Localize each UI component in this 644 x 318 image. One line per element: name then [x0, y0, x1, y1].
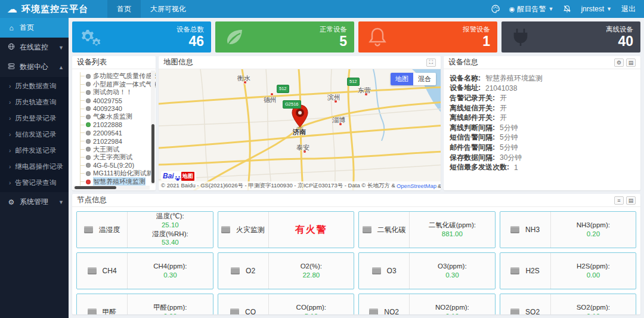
device-info-body: 设备名称:智慧养殖环境监测 设备地址:21041038 告警记录开关:开 离线短… [444, 69, 640, 177]
device-item[interactable]: 小型超声波一体式气象 [80, 81, 150, 89]
device-item[interactable]: 22009541 [80, 129, 150, 137]
chevron-right-icon: › [9, 115, 11, 122]
device-item[interactable]: MG111初始化测试新 [80, 169, 150, 178]
node-card-fire[interactable]: 火灾监测 有火警 [218, 211, 355, 248]
osm-link[interactable]: OpenStreetMap [397, 183, 436, 189]
sidebar-item-history-track[interactable]: ›历史轨迹查询 [0, 94, 69, 110]
sidebar-item-alarm-records[interactable]: ›告警记录查询 [0, 175, 69, 191]
sidebar-item-system-mgmt[interactable]: ⚙ 系统管理 ▼ [0, 192, 69, 212]
stat-label: 正常设备 [320, 25, 347, 34]
card-view-icon[interactable]: ▤ [626, 196, 636, 205]
device-item-selected[interactable]: 智慧养殖环境监测 [80, 178, 150, 186]
node-card-temp-humidity[interactable]: 温湿度 温度(℃): 25.10 湿度(%RH): 53.40 [76, 211, 213, 248]
user-dropdown[interactable]: jnrstest ▼ [581, 5, 612, 13]
map-type-map-button[interactable]: 地图 [391, 73, 413, 85]
device-item[interactable]: 多功能空气质量传感器 [80, 72, 150, 81]
no2-value: 0.10 [445, 313, 459, 315]
sensor-icon [84, 226, 93, 233]
fire-alarm-status: 有火警 [295, 224, 327, 236]
map-city-label-jinan: 济南 [293, 128, 306, 137]
sidebar-item-label: 历史登录记录 [15, 114, 56, 123]
sidebar-item-login-history[interactable]: ›历史登录记录 [0, 110, 69, 126]
sidebar-item-email-records[interactable]: ›邮件发送记录 [0, 143, 69, 159]
sidebar-item-sms-records[interactable]: ›短信发送记录 [0, 126, 69, 143]
brand: ☁ 环境监控云平台 [0, 4, 97, 15]
node-card-formaldehyde[interactable]: 甲醛 甲醛(ppm):0.00 [76, 294, 213, 314]
device-item[interactable]: 21022984 [80, 137, 150, 146]
attribution-amp: & [438, 183, 441, 189]
expand-icon[interactable]: ⛶ [426, 58, 436, 67]
top-menu: 首页 大屏可视化 [107, 0, 196, 18]
node-card-o3[interactable]: O3 O3(ppm):0.30 [358, 252, 496, 289]
attribution-text: © 2021 Baidu - GS(2021)6026号 - 甲测资字11009… [161, 182, 395, 190]
sidebar-item-data-center[interactable]: 数据中心 ▲ [0, 57, 69, 77]
map-type-toggle: 地图 混合 [391, 73, 436, 85]
status-dot-offline [86, 155, 91, 160]
stat-label: 设备总数 [177, 25, 204, 34]
sensor-icon [230, 308, 239, 314]
mute-bell-icon[interactable] [563, 5, 571, 13]
node-card-o2[interactable]: O2 O2(%):22.80 [218, 252, 355, 289]
sidebar-item-relay-records[interactable]: ›继电器操作记录 [0, 159, 69, 175]
sidebar-item-label: 告警记录查询 [15, 178, 56, 187]
sidebar-item-home[interactable]: ⌂ 首页 [0, 18, 69, 38]
sidebar-item-label: 历史轨迹查询 [15, 98, 56, 107]
node-card-nh3[interactable]: NH3 NH3(ppm):0.20 [500, 211, 637, 248]
node-card-no2[interactable]: NO2 NO2(ppm):0.10 [358, 294, 496, 314]
main-content: 设备总数 46 正常设备 5 报警设备 1 [69, 18, 644, 318]
device-tree: 多功能空气质量传感器 小型超声波一体式气象 测试勿动！！ 40029755 40… [72, 69, 156, 190]
map-type-hybrid-button[interactable]: 混合 [413, 73, 436, 85]
device-item[interactable]: 40092340 [80, 104, 150, 113]
map-canvas[interactable]: 衡水 德州 滨州 东营 淄博 济南 泰安 512 512 G2516 地图 混合 [159, 69, 441, 190]
globe-icon [7, 43, 16, 52]
theme-palette-icon[interactable] [491, 5, 500, 13]
status-dot-offline [86, 106, 91, 111]
status-dot-offline [86, 163, 91, 168]
map-attribution: © 2021 Baidu - GS(2021)6026号 - 甲测资字11009… [159, 181, 441, 190]
data-center-submenu: ›历史数据查询 ›历史轨迹查询 ›历史登录记录 ›短信发送记录 ›邮件发送记录 … [0, 77, 69, 192]
nav-item-bigscreen[interactable]: 大屏可视化 [141, 0, 196, 18]
device-item[interactable]: 40029755 [80, 97, 150, 105]
stat-label: 离线设备 [606, 25, 633, 34]
device-item[interactable]: 4G-6-5L(9:20) [80, 162, 150, 170]
node-card-ch4[interactable]: CH4 CH4(ppm):0.30 [76, 252, 213, 289]
node-card-co2[interactable]: 二氧化碳 二氧化碳(ppm):881.00 [358, 211, 496, 248]
vertical-scrollbar[interactable] [151, 70, 155, 184]
chevron-right-icon: › [9, 180, 11, 186]
chevron-right-icon: › [9, 83, 11, 89]
device-item[interactable]: 大王测试 [80, 145, 150, 153]
device-item[interactable]: 大王字亮测试 [80, 153, 150, 162]
stat-card-alarm-devices[interactable]: 报警设备 1 [358, 21, 497, 53]
sensor-icon [221, 226, 230, 233]
sidebar-item-label: 短信发送记录 [15, 130, 56, 139]
map-city-label: 衡水 [237, 74, 250, 83]
scrollbar-thumb[interactable] [75, 186, 116, 189]
sidebar-item-online-monitor[interactable]: 在线监控 ▼ [0, 38, 69, 57]
alert-mode-dropdown[interactable]: ◉ 醒目告警 ▼ [509, 4, 554, 14]
top-navbar: ☁ 环境监控云平台 首页 大屏可视化 ◉ 醒目告警 ▼ jnrstest ▼ 退… [0, 0, 644, 18]
device-item[interactable]: 气象水质监测 [80, 113, 150, 121]
node-card-h2s[interactable]: H2S H2S(ppm):0.00 [500, 252, 637, 289]
scrollbar-thumb[interactable] [151, 124, 154, 183]
device-item[interactable]: 测试勿动！！ [80, 88, 150, 97]
chevron-down-icon: ▼ [58, 45, 64, 51]
device-item[interactable]: 21022888 [80, 121, 150, 129]
stat-value: 40 [606, 34, 633, 48]
settings-gears-icon[interactable]: ⚙ [614, 58, 624, 67]
node-card-co[interactable]: CO CO(ppm):5.10 [218, 294, 355, 314]
sidebar-item-history-data[interactable]: ›历史数据查询 [0, 78, 69, 94]
logout-button[interactable]: 退出 [621, 4, 636, 14]
co-value: 5.10 [305, 313, 318, 315]
stat-card-offline-devices[interactable]: 离线设备 40 [501, 21, 640, 53]
nav-item-home[interactable]: 首页 [107, 0, 141, 18]
node-card-so2[interactable]: SO2 SO2(ppm):0.10 [500, 294, 637, 314]
card-view-icon[interactable]: ▤ [626, 58, 636, 67]
status-dot-offline [86, 131, 91, 135]
o3-value: 0.30 [445, 271, 459, 280]
horizontal-scrollbar[interactable] [73, 186, 150, 190]
list-view-icon[interactable]: ≡ [614, 196, 624, 205]
stat-card-normal-devices[interactable]: 正常设备 5 [215, 21, 354, 53]
stat-card-total-devices[interactable]: 设备总数 46 [72, 21, 211, 53]
sensor-icon [88, 267, 97, 274]
chevron-right-icon: › [9, 99, 11, 106]
